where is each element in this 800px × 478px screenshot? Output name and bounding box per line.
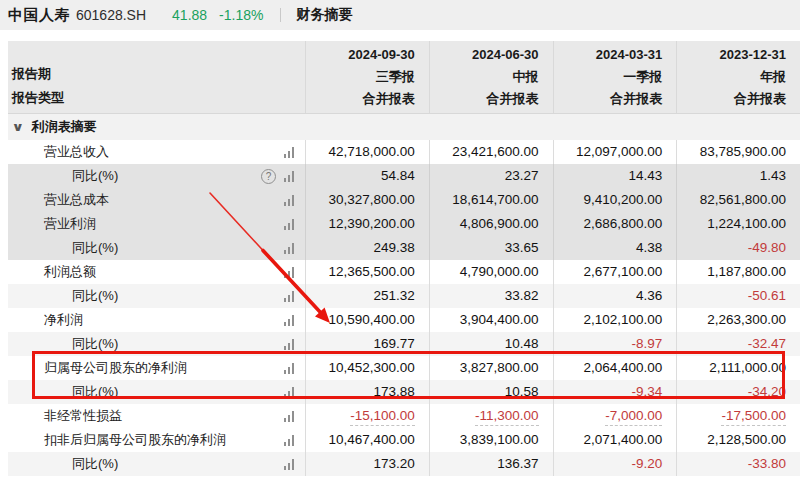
value-cell: 4,790,000.00 — [429, 260, 553, 284]
column-report-type: 合并报表 — [306, 88, 415, 110]
table-row[interactable]: 利润总额12,365,500.004,790,000.002,677,100.0… — [8, 260, 800, 284]
value-cell: 169.77 — [305, 332, 429, 356]
bar-chart-icon[interactable] — [284, 291, 294, 302]
column-header-2024-03-31[interactable]: 2024-03-31 一季报 合并报表 — [553, 41, 677, 113]
table-row[interactable]: 同比(%)173.20136.37-9.20-33.80 — [8, 452, 800, 476]
row-label: 扣非后归属母公司股东的净利润 — [8, 431, 226, 449]
row-label: 利润总额 — [8, 263, 96, 281]
value-cell: 18,614,700.00 — [429, 188, 553, 212]
table-row[interactable]: 同比(%)169.7710.48-8.97-32.47 — [8, 332, 800, 356]
bar-chart-icon[interactable] — [284, 267, 294, 278]
value-cell: -11,300.00 — [429, 404, 553, 428]
row-label-cell: 同比(%) — [8, 236, 305, 260]
value-cell: 4.38 — [553, 236, 677, 260]
row-icons: ? — [261, 169, 305, 184]
stock-change-percent: -1.18% — [219, 7, 263, 23]
bar-chart-icon[interactable] — [284, 459, 294, 470]
table-row[interactable]: 扣非后归属母公司股东的净利润10,467,400.003,839,100.002… — [8, 428, 800, 452]
value-cell: 3,839,100.00 — [429, 428, 553, 452]
row-label: 净利润 — [8, 311, 83, 329]
row-label-cell: 同比(%) — [8, 452, 305, 476]
column-header-2023-12-31[interactable]: 2023-12-31 年报 合并报表 — [676, 41, 800, 113]
row-icons — [284, 243, 305, 254]
row-label: 同比(%) — [8, 287, 118, 305]
row-icons — [284, 387, 305, 398]
value-cell: 12,097,000.00 — [553, 140, 677, 164]
row-icons — [284, 459, 305, 470]
value-cell: 23,421,600.00 — [429, 140, 553, 164]
row-label: 非经常性损益 — [8, 407, 122, 425]
row-icons — [284, 435, 305, 446]
value-cell: 2,263,300.00 — [676, 308, 800, 332]
column-period: 一季报 — [554, 66, 663, 88]
bar-chart-icon[interactable] — [284, 387, 294, 398]
topbar-divider — [280, 8, 281, 22]
column-date: 2024-06-30 — [430, 44, 539, 66]
column-report-type: 合并报表 — [554, 88, 663, 110]
table-row[interactable]: 同比(%)251.3233.824.36-50.61 — [8, 284, 800, 308]
row-icons — [284, 339, 305, 350]
stock-code: 601628.SH — [76, 7, 146, 23]
value-cell: 173.88 — [305, 380, 429, 404]
value-cell: 33.65 — [429, 236, 553, 260]
column-date: 2024-03-31 — [554, 44, 663, 66]
table-row[interactable]: 净利润10,590,400.003,904,400.002,102,100.00… — [8, 308, 800, 332]
bar-chart-icon[interactable] — [284, 195, 294, 206]
tab-financial-summary[interactable]: 财务摘要 — [296, 6, 352, 24]
table-header: 报告期 报告类型 2024-09-30 三季报 合并报表 2024-06-30 … — [8, 41, 800, 114]
table-row[interactable]: 同比(%)249.3833.654.38-49.80 — [8, 236, 800, 260]
column-header-2024-06-30[interactable]: 2024-06-30 中报 合并报表 — [429, 41, 553, 113]
section-row-income-statement[interactable]: ∨ 利润表摘要 — [8, 114, 800, 140]
stock-name: 中国人寿 — [8, 6, 70, 25]
value-cell: 12,365,500.00 — [305, 260, 429, 284]
value-cell: 173.20 — [305, 452, 429, 476]
row-icons — [284, 291, 305, 302]
bar-chart-icon[interactable] — [284, 243, 294, 254]
value-cell: 1,224,100.00 — [676, 212, 800, 236]
table-row[interactable]: 营业利润12,390,200.004,806,900.002,686,800.0… — [8, 212, 800, 236]
chevron-down-icon[interactable]: ∨ — [12, 120, 25, 134]
report-type-header: 报告类型 — [12, 86, 305, 110]
bar-chart-icon[interactable] — [284, 219, 294, 230]
row-label-cell: 同比(%) — [8, 332, 305, 356]
value-cell: 2,111,000.00 — [676, 356, 800, 380]
column-date: 2023-12-31 — [677, 44, 786, 66]
value-cell: 251.32 — [305, 284, 429, 308]
value-cell: 2,064,400.00 — [553, 356, 677, 380]
value-cell: 54.84 — [305, 164, 429, 188]
value-cell: 249.38 — [305, 236, 429, 260]
table-row[interactable]: 同比(%)173.8810.58-9.34-34.20 — [8, 380, 800, 404]
row-label: 同比(%) — [8, 383, 118, 401]
bar-chart-icon[interactable] — [284, 363, 294, 374]
help-icon[interactable]: ? — [261, 169, 276, 184]
column-report-type: 合并报表 — [677, 88, 786, 110]
row-label: 营业总成本 — [8, 191, 109, 209]
bar-chart-icon[interactable] — [284, 147, 294, 158]
table-row[interactable]: 营业总收入42,718,000.0023,421,600.0012,097,00… — [8, 140, 800, 164]
bar-chart-icon[interactable] — [284, 435, 294, 446]
column-date: 2024-09-30 — [306, 44, 415, 66]
row-label-cell: 利润总额 — [8, 260, 305, 284]
table-row[interactable]: 同比(%)?54.8423.2714.431.43 — [8, 164, 800, 188]
report-period-header: 报告期 — [12, 62, 305, 86]
row-label-cell: 同比(%) — [8, 380, 305, 404]
table-row[interactable]: 非经常性损益-15,100.00-11,300.00-7,000.00-17,5… — [8, 404, 800, 428]
table-row[interactable]: 归属母公司股东的净利润10,452,300.003,827,800.002,06… — [8, 356, 800, 380]
bar-chart-icon[interactable] — [284, 315, 294, 326]
value-cell: 10,452,300.00 — [305, 356, 429, 380]
row-label-cell: 净利润 — [8, 308, 305, 332]
row-label: 同比(%) — [8, 239, 118, 257]
value-cell: 33.82 — [429, 284, 553, 308]
bar-chart-icon[interactable] — [284, 171, 294, 182]
value-cell: 83,785,900.00 — [676, 140, 800, 164]
value-cell: -32.47 — [676, 332, 800, 356]
value-cell: 23.27 — [429, 164, 553, 188]
value-cell: 10,467,400.00 — [305, 428, 429, 452]
row-label-cell: 归属母公司股东的净利润 — [8, 356, 305, 380]
value-cell: 1.43 — [676, 164, 800, 188]
value-cell: -50.61 — [676, 284, 800, 308]
table-row[interactable]: 营业总成本30,327,800.0018,614,700.009,410,200… — [8, 188, 800, 212]
bar-chart-icon[interactable] — [284, 411, 294, 422]
bar-chart-icon[interactable] — [284, 339, 294, 350]
column-header-2024-09-30[interactable]: 2024-09-30 三季报 合并报表 — [305, 41, 429, 113]
